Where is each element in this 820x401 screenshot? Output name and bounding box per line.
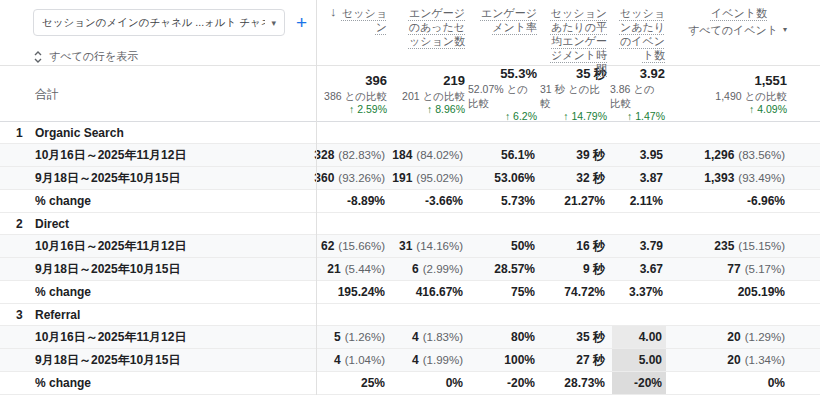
metric-cell: 4(1.83%): [390, 326, 468, 348]
metric-cell: 28.73%: [540, 372, 610, 394]
show-all-rows-toggle[interactable]: すべての行を表示: [33, 49, 138, 64]
metric-number: -3.66%: [425, 194, 463, 208]
percent-change-row: % change-8.89%-3.66%5.73%21.27%2.11%-6.9…: [0, 190, 820, 213]
percent-change-label: % change: [35, 285, 91, 299]
date-range-label: 10月16日～2025年11月12日: [35, 329, 186, 346]
metric-value: 184(84.02%): [390, 144, 468, 166]
heat-shaded-cell: -20%: [612, 372, 666, 394]
column-header-label: イベント数: [711, 6, 767, 20]
metric-cell: [540, 122, 610, 143]
metric-cell: 62(15.66%): [316, 235, 390, 257]
metric-value: 100%: [468, 349, 540, 371]
metric-number: 28.73%: [564, 376, 605, 390]
metric-number: 100%: [504, 353, 535, 367]
metric-number: 328: [314, 148, 334, 162]
chevron-down-icon: ▾: [271, 18, 276, 28]
metric-number: 27 秒: [576, 352, 605, 369]
column-header-sessions[interactable]: ↓ セッション: [316, 6, 390, 34]
metric-value: 74.72%: [540, 281, 610, 303]
metric-cell: 20(1.34%): [668, 349, 790, 371]
metric-value: 32 秒: [540, 167, 610, 189]
metric-number: 1,296: [704, 148, 734, 162]
metric-cell: 20(1.29%): [668, 326, 790, 348]
channel-name: Direct: [35, 217, 69, 231]
dimension-cell: 9月18日～2025年10月15日: [0, 349, 316, 371]
metric-cell: [540, 304, 610, 325]
metric-share: (93.26%): [338, 172, 385, 184]
sort-descending-icon[interactable]: ↓: [330, 5, 337, 19]
metric-cell: 5(1.26%): [316, 326, 390, 348]
show-all-rows-label: すべての行を表示: [49, 49, 138, 64]
totals-compare: 386 との比較: [324, 89, 387, 103]
metric-number: 0%: [768, 376, 785, 390]
metric-number: 32 秒: [576, 170, 605, 187]
event-scope-dropdown[interactable]: すべてのイベント ▾: [688, 23, 787, 37]
table-header-bar: セッションのメインのチャネル ...ォルト チャネル グループ) ▾ + すべて…: [0, 0, 820, 66]
metric-number: 4.00: [639, 330, 662, 344]
metric-cell: 9 秒: [540, 258, 610, 280]
metric-value: 20(1.29%): [668, 326, 790, 348]
table-body: 1Organic Search10月16日～2025年11月12日328(82.…: [0, 122, 820, 395]
dimension-cell: 3Referral: [0, 304, 316, 325]
metric-value: 0%: [390, 372, 468, 394]
metric-value: 53.06%: [468, 167, 540, 189]
column-header-avg-engagement-time[interactable]: セッションあたりの平均エンゲージメント時間: [540, 6, 610, 76]
column-header-event-count[interactable]: イベント数 すべてのイベント ▾: [668, 6, 790, 37]
metric-cell: [610, 213, 668, 234]
column-header-engagement-rate[interactable]: エンゲージメント率: [468, 6, 540, 34]
metric-value: -3.66%: [390, 190, 468, 212]
metric-cell: 28.57%: [468, 258, 540, 280]
metric-number: 74.72%: [564, 285, 605, 299]
metric-value: -6.96%: [668, 190, 790, 212]
metric-number: 416.67%: [416, 285, 463, 299]
metric-cell: 16 秒: [540, 235, 610, 257]
chevron-down-icon: ▾: [783, 23, 787, 37]
column-header-engaged-sessions[interactable]: エンゲージのあったセッション数: [390, 6, 468, 48]
event-scope-value: すべてのイベント: [688, 23, 778, 37]
date-range-label: 9月18日～2025年10月15日: [35, 352, 180, 369]
metric-cell: 3.79: [610, 235, 668, 257]
metric-cell: 3.87: [610, 167, 668, 189]
metric-cell: [468, 213, 540, 234]
metric-number: 5: [334, 330, 341, 344]
metric-number: 3.95: [640, 148, 663, 162]
metric-cell: 5.73%: [468, 190, 540, 212]
column-header-events-per-session[interactable]: セッションあたりのイベント数: [610, 6, 668, 62]
column-header-label: セッション: [339, 6, 387, 34]
metric-cell: 56.1%: [468, 144, 540, 166]
dimension-cell: % change: [0, 190, 316, 212]
row-number: 1: [16, 126, 23, 140]
channel-name: Referral: [35, 308, 80, 322]
metric-value: 191(95.02%): [390, 167, 468, 189]
metric-cell: 80%: [468, 326, 540, 348]
metric-cell: [468, 122, 540, 143]
metric-value: 21.27%: [540, 190, 610, 212]
percent-change-label: % change: [35, 194, 91, 208]
metric-value: 50%: [468, 235, 540, 257]
metric-cell: 191(95.02%): [390, 167, 468, 189]
metric-cell: 35 秒: [540, 326, 610, 348]
metric-value: 56.1%: [468, 144, 540, 166]
metric-value: 3.67: [610, 258, 668, 280]
metric-number: 53.06%: [494, 171, 535, 185]
metric-cell: 74.72%: [540, 281, 610, 303]
metric-value: 80%: [468, 326, 540, 348]
metric-value: 75%: [468, 281, 540, 303]
metric-share: (1.04%): [345, 354, 385, 366]
date-range-row: 10月16日～2025年11月12日5(1.26%)4(1.83%)80%35 …: [0, 326, 820, 349]
dimension-dropdown[interactable]: セッションのメインのチャネル ...ォルト チャネル グループ) ▾: [33, 9, 285, 36]
metric-cell: 416.67%: [390, 281, 468, 303]
metric-number: 75%: [511, 285, 535, 299]
metric-cell: [390, 213, 468, 234]
metric-value: 77(5.17%): [668, 258, 790, 280]
metric-cell: [668, 213, 790, 234]
add-dimension-button[interactable]: +: [296, 13, 307, 32]
metric-cell: 195.24%: [316, 281, 390, 303]
metric-cell: [668, 122, 790, 143]
metric-cell: 235(15.15%): [668, 235, 790, 257]
metric-cell: [316, 122, 390, 143]
dimension-dropdown-value: セッションのメインのチャネル ...ォルト チャネル グループ): [42, 16, 265, 30]
metric-share: (1.83%): [423, 331, 463, 343]
metric-cell: [610, 122, 668, 143]
metric-number: 184: [392, 148, 412, 162]
